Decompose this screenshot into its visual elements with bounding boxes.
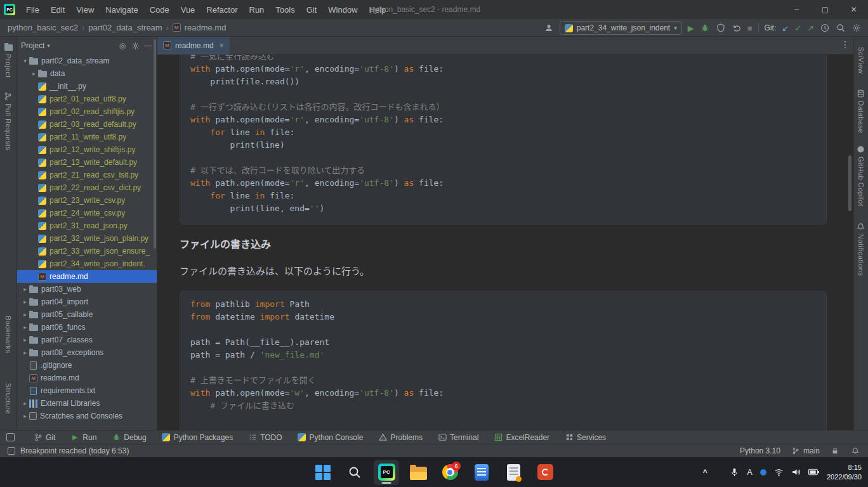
- tree-item-requirements-txt[interactable]: requirements.txt: [17, 384, 157, 397]
- chevron-down-icon[interactable]: ▾: [47, 42, 50, 49]
- git-update-button[interactable]: ↙: [782, 24, 789, 32]
- taskbar-search-button[interactable]: [342, 460, 367, 485]
- stripe-button-project[interactable]: Project: [0, 44, 16, 78]
- tree-item-part2-34-write-json-indent-[interactable]: part2_34_write_json_indent.: [17, 257, 157, 270]
- start-button[interactable]: [310, 460, 336, 485]
- stripe-button-sciview[interactable]: SciView: [854, 47, 868, 74]
- history-button[interactable]: [820, 23, 830, 33]
- tree-item-readme-md[interactable]: Mreadme.md: [17, 270, 157, 283]
- tool-window-button-run[interactable]: ▶Run: [70, 433, 96, 442]
- tree-item-part2-01-read-utf8-py[interactable]: part2_01_read_utf8.py: [17, 93, 157, 105]
- stop-button[interactable]: ■: [747, 24, 753, 32]
- profile-icon[interactable]: [544, 23, 554, 33]
- tree-item-data[interactable]: ▸data: [17, 67, 157, 80]
- close-button[interactable]: ✕: [839, 0, 868, 19]
- tree-item-part2-21-read-csv-lsit-py[interactable]: part2_21_read_csv_lsit.py: [17, 169, 157, 181]
- tree-item-part2-31-read-json-py[interactable]: part2_31_read_json.py: [17, 219, 157, 232]
- locate-file-icon[interactable]: ◎: [117, 41, 128, 51]
- editor-content[interactable]: # 一気に全行読み込むwith path.open(mode='r', enco…: [157, 55, 853, 430]
- menu-navigate[interactable]: Navigate: [100, 0, 143, 19]
- wifi-icon[interactable]: [774, 467, 784, 477]
- tree-chevron-icon[interactable]: ▸: [30, 70, 38, 77]
- tree-item-part04-import[interactable]: ▸part04_import: [17, 295, 157, 308]
- taskbar-document-app-button[interactable]: [501, 460, 526, 485]
- lock-icon[interactable]: [830, 446, 840, 456]
- taskbar-clock[interactable]: 8:15 2022/09/30: [827, 463, 862, 482]
- tray-chevron-up-icon[interactable]: ^: [703, 468, 707, 477]
- tree-chevron-icon[interactable]: ▸: [21, 337, 29, 343]
- tool-window-button-python-console[interactable]: Python Console: [298, 433, 364, 442]
- taskbar-chrome-button[interactable]: 6: [437, 460, 463, 485]
- tree-item-external-libraries[interactable]: ▸External Libraries: [17, 397, 157, 410]
- battery-icon[interactable]: [808, 469, 819, 476]
- menu-edit[interactable]: Edit: [45, 0, 70, 19]
- menu-vue[interactable]: Vue: [175, 0, 201, 19]
- tree-item-part2-11-write-utf8-py[interactable]: part2_11_write_utf8.py: [17, 131, 157, 143]
- project-tree-scrollbar[interactable]: [154, 39, 156, 249]
- tool-window-button-todo[interactable]: TODO: [248, 433, 282, 442]
- tree-chevron-icon[interactable]: ▸: [21, 311, 29, 318]
- tree-item-part07-classes[interactable]: ▸part07_classes: [17, 334, 157, 346]
- stripe-button-database[interactable]: Database: [854, 89, 868, 133]
- taskbar-explorer-button[interactable]: [405, 460, 431, 485]
- settings-gear-icon[interactable]: [852, 23, 862, 33]
- run-configuration-select[interactable]: part2_34_write_json_indent ▾: [560, 21, 682, 35]
- tool-window-button-terminal[interactable]: Terminal: [438, 433, 478, 442]
- tool-window-button-python-packages[interactable]: Python Packages: [162, 433, 233, 442]
- search-everywhere-icon[interactable]: [836, 23, 846, 33]
- tree-chevron-icon[interactable]: ▾: [21, 58, 29, 64]
- tool-window-switcher-icon[interactable]: [6, 433, 15, 441]
- maximize-button[interactable]: ▢: [811, 0, 839, 19]
- taskbar-pycharm-button[interactable]: PC: [374, 460, 399, 485]
- notifications-bell-icon[interactable]: [850, 446, 860, 456]
- menu-tools[interactable]: Tools: [270, 0, 300, 19]
- tool-window-button-git[interactable]: Git: [34, 433, 55, 442]
- editor-scrollbar[interactable]: [848, 155, 852, 211]
- menu-window[interactable]: Window: [322, 0, 363, 19]
- tree-chevron-icon[interactable]: ▸: [21, 413, 29, 419]
- microphone-icon[interactable]: [730, 467, 739, 477]
- git-branch-widget[interactable]: main: [791, 446, 820, 456]
- stripe-button-pull-requests[interactable]: Pull Requests: [0, 91, 16, 150]
- panel-settings-gear-icon[interactable]: [130, 41, 140, 51]
- menu-code[interactable]: Code: [144, 0, 175, 19]
- menu-refactor[interactable]: Refactor: [201, 0, 243, 19]
- breadcrumb-item[interactable]: python_basic_sec2: [8, 23, 78, 32]
- taskbar-orange-app-button[interactable]: [532, 460, 558, 485]
- tab-close-icon[interactable]: ×: [220, 41, 224, 50]
- tray-grid-icon[interactable]: [715, 469, 723, 476]
- git-push-button[interactable]: ↗: [807, 24, 814, 32]
- tool-window-button-services[interactable]: Services: [565, 433, 606, 442]
- run-button[interactable]: ▶: [688, 24, 694, 32]
- breadcrumb-item[interactable]: part02_data_stream: [88, 23, 162, 32]
- tree-item-part05-callable[interactable]: ▸part05_callable: [17, 308, 157, 321]
- tree-item-part2-13-write-default-py[interactable]: part2_13_write_default.py: [17, 156, 157, 169]
- taskbar-notepad-button[interactable]: [469, 460, 494, 485]
- breadcrumb-item[interactable]: readme.md: [185, 23, 227, 32]
- tree-item-scratches-and-consoles[interactable]: ▸Scratches and Consoles: [17, 410, 157, 422]
- project-panel-title[interactable]: Project: [21, 41, 44, 50]
- tool-window-button-debug[interactable]: Debug: [112, 433, 146, 442]
- tree-item--init-py[interactable]: __init__.py: [17, 80, 157, 93]
- tree-item-part08-exceptions[interactable]: ▸part08_exceptions: [17, 346, 157, 359]
- tool-window-button-excelreader[interactable]: ExcelReader: [494, 433, 549, 442]
- coverage-button[interactable]: [716, 23, 726, 33]
- stripe-button-notifications[interactable]: Notifications: [854, 222, 868, 276]
- python-interpreter[interactable]: Python 3.10: [740, 446, 780, 455]
- tab-options-icon[interactable]: ⋮: [841, 39, 850, 49]
- tree-item-part06-funcs[interactable]: ▸part06_funcs: [17, 321, 157, 334]
- ime-indicator[interactable]: A: [747, 467, 753, 477]
- profiler-button[interactable]: [732, 23, 742, 33]
- hide-panel-icon[interactable]: —: [143, 41, 153, 51]
- menu-run[interactable]: Run: [244, 0, 270, 19]
- tool-window-button-problems[interactable]: Problems: [378, 433, 423, 442]
- minimize-button[interactable]: –: [782, 0, 811, 19]
- tree-item-readme-md[interactable]: Mreadme.md: [17, 372, 157, 384]
- tree-chevron-icon[interactable]: ▸: [21, 299, 29, 305]
- tree-chevron-icon[interactable]: ▸: [21, 324, 29, 330]
- tray-blue-status-icon[interactable]: [760, 469, 766, 476]
- tab-readme-md[interactable]: M readme.md ×: [157, 37, 230, 55]
- stripe-button-github-copilot[interactable]: GitHub Copilot: [854, 145, 868, 207]
- tree-item-part2-03-read-default-py[interactable]: part2_03_read_default.py: [17, 118, 157, 131]
- tree-chevron-icon[interactable]: ▸: [21, 400, 29, 406]
